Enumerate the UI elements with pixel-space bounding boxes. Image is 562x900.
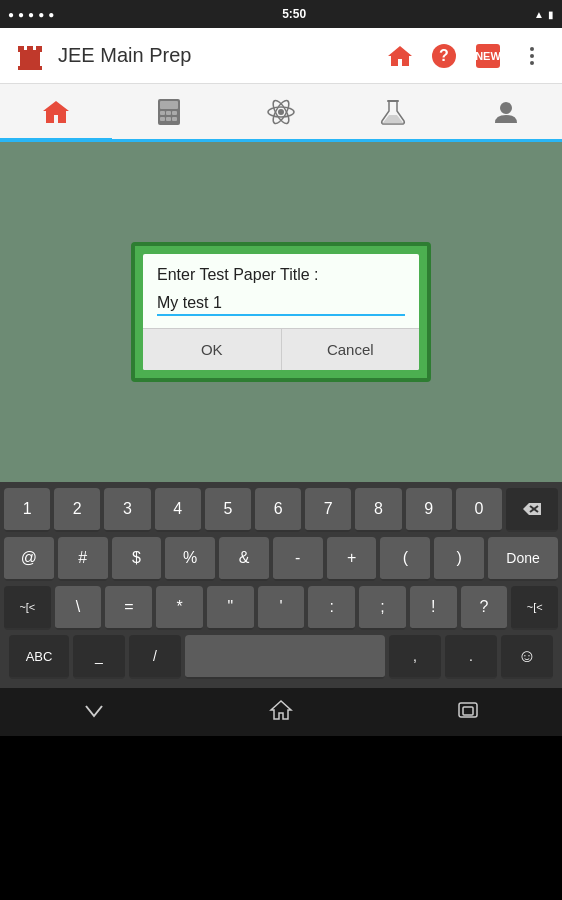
key-4[interactable]: 4 <box>155 488 201 532</box>
key-at[interactable]: @ <box>4 537 54 581</box>
key-3[interactable]: 3 <box>104 488 150 532</box>
recents-nav-icon <box>456 698 480 722</box>
key-7[interactable]: 7 <box>305 488 351 532</box>
svg-rect-18 <box>172 111 177 115</box>
home-nav-icon <box>269 698 293 722</box>
key-done[interactable]: Done <box>488 537 558 581</box>
atom-tab-icon <box>266 97 296 127</box>
svg-marker-5 <box>388 46 412 66</box>
dialog-buttons: OK Cancel <box>143 328 419 370</box>
key-dquote[interactable]: " <box>207 586 254 630</box>
key-9[interactable]: 9 <box>406 488 452 532</box>
key-percent[interactable]: % <box>165 537 215 581</box>
key-slash[interactable]: / <box>129 635 181 679</box>
key-open-paren[interactable]: ( <box>380 537 430 581</box>
key-abc[interactable]: ABC <box>9 635 69 679</box>
svg-rect-3 <box>27 46 33 52</box>
key-tilde-bracket-right[interactable]: ~[< <box>511 586 558 630</box>
svg-point-27 <box>500 102 512 114</box>
tab-home[interactable] <box>0 86 112 141</box>
key-dollar[interactable]: $ <box>112 537 162 581</box>
tab-atom[interactable] <box>225 84 337 139</box>
key-exclaim[interactable]: ! <box>410 586 457 630</box>
svg-marker-30 <box>271 701 291 719</box>
key-emoji[interactable]: ☺ <box>501 635 553 679</box>
key-underscore[interactable]: _ <box>73 635 125 679</box>
svg-rect-17 <box>166 111 171 115</box>
app-logo <box>12 38 48 74</box>
tab-calculator[interactable] <box>112 84 224 139</box>
svg-rect-2 <box>18 46 24 52</box>
wifi-icon: ▲ <box>534 9 544 20</box>
svg-text:NEW: NEW <box>475 50 501 62</box>
ok-button[interactable]: OK <box>143 329 282 370</box>
battery-icon: ▮ <box>548 9 554 20</box>
key-period[interactable]: . <box>445 635 497 679</box>
test-paper-title-input[interactable] <box>157 292 405 314</box>
status-icon-5: ● <box>48 9 54 20</box>
status-icon-3: ● <box>28 9 34 20</box>
key-2[interactable]: 2 <box>54 488 100 532</box>
key-minus[interactable]: - <box>273 537 323 581</box>
key-comma[interactable]: , <box>389 635 441 679</box>
svg-rect-15 <box>160 101 178 109</box>
status-time: 5:50 <box>282 7 306 21</box>
tab-profile[interactable] <box>450 84 562 139</box>
nav-home-button[interactable] <box>245 690 317 735</box>
dialog-inner: Enter Test Paper Title : OK Cancel <box>143 254 419 370</box>
key-asterisk[interactable]: * <box>156 586 203 630</box>
home-action-button[interactable] <box>382 38 418 74</box>
key-5[interactable]: 5 <box>205 488 251 532</box>
dialog-label: Enter Test Paper Title : <box>157 266 405 284</box>
key-question[interactable]: ? <box>461 586 508 630</box>
status-icons-left: ● ● ● ● ● <box>8 9 54 20</box>
backspace-icon <box>521 501 543 517</box>
key-8[interactable]: 8 <box>355 488 401 532</box>
key-0[interactable]: 0 <box>456 488 502 532</box>
nav-tabs <box>0 84 562 142</box>
nav-bar <box>0 688 562 736</box>
key-equals[interactable]: = <box>105 586 152 630</box>
svg-rect-19 <box>160 117 165 121</box>
cancel-button[interactable]: Cancel <box>282 329 420 370</box>
svg-point-10 <box>530 47 534 51</box>
key-space[interactable] <box>185 635 385 679</box>
svg-point-22 <box>278 109 284 115</box>
keyboard-row-symbols: @ # $ % & - + ( ) Done <box>4 537 558 581</box>
key-backslash[interactable]: \ <box>55 586 102 630</box>
key-6[interactable]: 6 <box>255 488 301 532</box>
svg-point-11 <box>530 54 534 58</box>
svg-rect-21 <box>172 117 177 121</box>
svg-rect-32 <box>463 707 473 715</box>
svg-rect-26 <box>387 100 399 102</box>
key-close-paren[interactable]: ) <box>434 537 484 581</box>
tab-flask[interactable] <box>337 84 449 139</box>
key-plus[interactable]: + <box>327 537 377 581</box>
key-tilde-bracket[interactable]: ~[< <box>4 586 51 630</box>
nav-recents-button[interactable] <box>432 690 504 735</box>
status-bar: ● ● ● ● ● 5:50 ▲ ▮ <box>0 0 562 28</box>
flask-tab-icon <box>378 97 408 127</box>
key-1[interactable]: 1 <box>4 488 50 532</box>
calculator-tab-icon <box>154 97 184 127</box>
new-action-button[interactable]: NEW <box>470 38 506 74</box>
nav-back-button[interactable] <box>58 690 130 735</box>
help-action-button[interactable]: ? <box>426 38 462 74</box>
key-ampersand[interactable]: & <box>219 537 269 581</box>
main-content: Enter Test Paper Title : OK Cancel <box>0 142 562 482</box>
chevron-down-icon <box>82 698 106 722</box>
svg-rect-4 <box>36 46 42 52</box>
status-icons-right: ▲ ▮ <box>534 9 554 20</box>
key-semicolon[interactable]: ; <box>359 586 406 630</box>
dialog: Enter Test Paper Title : OK Cancel <box>131 242 431 382</box>
key-backspace[interactable] <box>506 488 558 532</box>
key-colon[interactable]: : <box>308 586 355 630</box>
svg-point-12 <box>530 61 534 65</box>
key-hash[interactable]: # <box>58 537 108 581</box>
svg-marker-13 <box>43 101 69 123</box>
svg-rect-1 <box>20 50 40 68</box>
key-squote[interactable]: ' <box>258 586 305 630</box>
more-action-button[interactable] <box>514 38 550 74</box>
app-title: JEE Main Prep <box>58 44 382 67</box>
keyboard-row-more-symbols: ~[< \ = * " ' : ; ! ? ~[< <box>4 586 558 630</box>
